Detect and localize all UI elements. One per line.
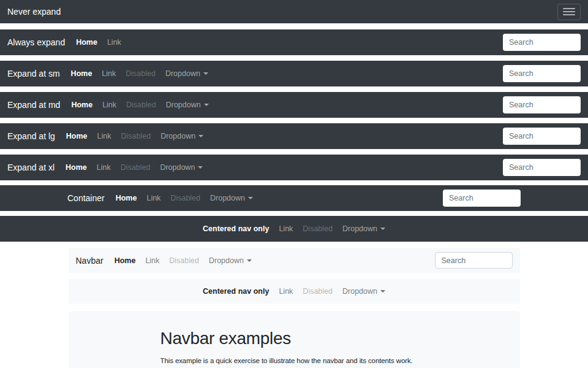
caret-down-icon <box>380 228 385 230</box>
content-column: Navbar examples This example is a quick … <box>160 328 428 368</box>
nav-link-link[interactable]: Link <box>97 101 121 109</box>
search-input[interactable] <box>435 252 513 269</box>
dropdown-label: Dropdown <box>166 101 201 109</box>
navbar-toggler-button[interactable] <box>557 4 581 20</box>
navbar-brand-expand-at-lg[interactable]: Expand at lg <box>7 131 55 141</box>
search-input[interactable] <box>503 65 581 82</box>
dropdown-label: Dropdown <box>210 194 245 202</box>
navbar-always-expand: Always expand Home Link <box>0 29 588 55</box>
caret-down-icon <box>247 259 252 262</box>
navbar-centered-light: Centered nav only Link Disabled Dropdown <box>69 279 520 304</box>
navbar-container-inner: Container Home Link Disabled Dropdown <box>67 185 521 211</box>
navbar-brand-expand-at-xl[interactable]: Expand at xl <box>7 163 55 172</box>
nav-link-link[interactable]: Link <box>97 69 121 78</box>
navbar-brand-always-expand[interactable]: Always expand <box>7 37 65 47</box>
nav-link-dropdown[interactable]: Dropdown <box>205 194 258 202</box>
nav-link-link[interactable]: Link <box>274 224 298 233</box>
caret-down-icon <box>198 135 203 137</box>
navbar-centered-dark: Centered nav only Link Disabled Dropdown <box>0 216 588 242</box>
navbar-light: Navbar Home Link Disabled Dropdown <box>69 248 520 273</box>
caret-down-icon <box>248 197 253 199</box>
nav-link-dropdown[interactable]: Dropdown <box>155 163 208 172</box>
nav-link-dropdown[interactable]: Dropdown <box>161 101 214 109</box>
nav-link-home[interactable]: Home <box>110 256 141 265</box>
search-input[interactable] <box>503 34 581 51</box>
intro-paragraph: This example is a quick exercise to illu… <box>160 355 428 368</box>
dropdown-label: Dropdown <box>165 69 200 78</box>
nav-link-home[interactable]: Home <box>71 38 102 47</box>
intro-line1: This example is a quick exercise to illu… <box>160 357 413 368</box>
nav-link-dropdown[interactable]: Dropdown <box>337 224 390 233</box>
nav-link-disabled: Disabled <box>121 69 160 78</box>
navbar-brand-expand-at-sm[interactable]: Expand at sm <box>7 69 60 79</box>
nav-link-link[interactable]: Link <box>274 287 298 296</box>
nav-link-dropdown[interactable]: Dropdown <box>160 69 213 78</box>
navbar-expand-at-lg: Expand at lg Home Link Disabled Dropdown <box>0 123 588 149</box>
hamburger-menu-icon <box>563 6 575 17</box>
dropdown-label: Dropdown <box>342 224 377 233</box>
navbar-expand-at-md: Expand at md Home Link Disabled Dropdown <box>0 92 588 118</box>
nav-link-home[interactable]: Home <box>61 132 92 140</box>
navbar-brand-navbar[interactable]: Navbar <box>76 256 104 266</box>
navbar-never-expand: Never expand <box>0 0 588 23</box>
caret-down-icon <box>203 72 208 75</box>
nav-link-link[interactable]: Link <box>92 132 116 140</box>
nav-link-link[interactable]: Link <box>141 194 165 202</box>
nav-link-disabled: Disabled <box>298 287 337 296</box>
nav-link-home[interactable]: Home <box>66 69 97 78</box>
search-input[interactable] <box>443 190 521 207</box>
nav-link-disabled: Disabled <box>298 224 337 233</box>
caret-down-icon <box>380 290 385 293</box>
search-input[interactable] <box>503 159 581 176</box>
nav-link-dropdown[interactable]: Dropdown <box>156 132 208 140</box>
nav-link-home[interactable]: Home <box>111 194 142 202</box>
jumbotron: Navbar examples This example is a quick … <box>69 311 520 368</box>
nav-link-link[interactable]: Link <box>92 163 116 172</box>
nav-link-centered-nav-only[interactable]: Centered nav only <box>198 287 274 296</box>
nav-link-disabled: Disabled <box>116 132 156 140</box>
caret-down-icon <box>204 104 209 106</box>
nav-link-disabled: Disabled <box>116 163 156 172</box>
dropdown-label: Dropdown <box>209 256 244 265</box>
nav-link-dropdown[interactable]: Dropdown <box>337 287 390 296</box>
nav-link-disabled: Disabled <box>164 256 204 265</box>
dropdown-label: Dropdown <box>342 287 377 296</box>
nav-link-disabled: Disabled <box>121 101 161 109</box>
nav-link-disabled: Disabled <box>165 194 205 202</box>
nav-link-link[interactable]: Link <box>140 256 164 265</box>
navbar-container: Container Home Link Disabled Dropdown <box>0 185 588 211</box>
navbar-brand-never-expand[interactable]: Never expand <box>7 7 61 17</box>
dropdown-label: Dropdown <box>160 132 195 140</box>
caret-down-icon <box>198 166 203 169</box>
dropdown-label: Dropdown <box>160 163 195 172</box>
nav-link-centered-nav-only[interactable]: Centered nav only <box>198 224 274 233</box>
search-input[interactable] <box>503 96 581 113</box>
nav-link-link[interactable]: Link <box>102 38 126 47</box>
navbar-expand-at-sm: Expand at sm Home Link Disabled Dropdown <box>0 61 588 86</box>
page-title: Navbar examples <box>160 328 428 349</box>
navbar-brand-container[interactable]: Container <box>67 193 105 203</box>
nav-link-home[interactable]: Home <box>66 101 97 109</box>
nav-link-dropdown[interactable]: Dropdown <box>204 256 257 265</box>
navbar-brand-expand-at-md[interactable]: Expand at md <box>7 100 60 110</box>
nav-link-home[interactable]: Home <box>61 163 92 172</box>
search-input[interactable] <box>503 128 581 145</box>
navbar-expand-at-xl: Expand at xl Home Link Disabled Dropdown <box>0 155 588 180</box>
